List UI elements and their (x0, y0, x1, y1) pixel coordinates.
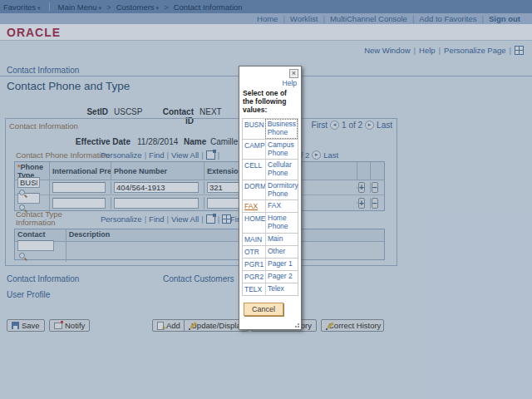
personalize-link[interactable]: Personalize (101, 214, 142, 224)
new-window-link[interactable]: New Window (364, 46, 410, 55)
zoom-grid-icon[interactable] (206, 214, 215, 224)
option-otr: OTR Other (243, 246, 298, 259)
personalize-page-link[interactable]: Personalize Page (444, 46, 505, 55)
close-icon[interactable]: × (289, 69, 298, 78)
contact-customers-link[interactable]: Contact Customers (163, 274, 234, 283)
contact-type-input[interactable] (17, 240, 54, 251)
option-desc[interactable]: FAX (265, 200, 298, 212)
header-links-bar: Home Worklist MultiChannel Console Add t… (0, 13, 532, 24)
page-actions: New Window Help Personalize Page (364, 46, 524, 55)
option-busn: BUSN Business Phone (243, 119, 298, 140)
breadcrumb: Favorites Main Menu Customers Contact In… (0, 0, 532, 13)
phone-grid-title: Contact Phone Information (16, 150, 110, 160)
first-link[interactable]: First (312, 121, 328, 130)
option-desc[interactable]: Campus Phone (265, 140, 298, 160)
option-code[interactable]: CAMP (243, 140, 265, 160)
delete-row-button[interactable]: − (372, 182, 378, 193)
intl-prefix-input[interactable] (52, 198, 106, 209)
option-code[interactable]: TELX (243, 283, 265, 295)
home-link[interactable]: Home (257, 14, 278, 23)
user-profile-link[interactable]: User Profile (7, 290, 50, 299)
add-to-favorites-link[interactable]: Add to Favorites (419, 14, 476, 23)
description-header: Description (66, 229, 384, 241)
delete-row-button[interactable]: − (372, 198, 378, 209)
option-desc[interactable]: Pager 1 (265, 259, 298, 270)
option-code[interactable]: HOME (243, 213, 265, 233)
option-dorm: DORM Dormitory Phone (243, 180, 298, 201)
type-row-1 (15, 242, 384, 259)
option-code[interactable]: PGR1 (243, 259, 265, 270)
option-code[interactable]: DORM (243, 180, 265, 200)
personalize-layout-icon[interactable] (515, 46, 524, 55)
option-home: HOME Home Phone (243, 213, 298, 234)
phone-type-input[interactable] (17, 177, 40, 188)
help-link[interactable]: Help (419, 46, 436, 55)
breadcrumb-divider (49, 2, 50, 11)
option-pgr2: PGR2 Pager 2 (243, 271, 298, 283)
personalize-link[interactable]: Personalize (101, 150, 142, 160)
find-link[interactable]: Find (149, 214, 164, 224)
breadcrumb-customers[interactable]: Customers (116, 2, 159, 12)
option-camp: CAMP Campus Phone (243, 140, 298, 160)
add-row-button[interactable]: + (358, 198, 365, 209)
add-row-button[interactable]: + (358, 182, 365, 193)
option-code[interactable]: PGR2 (243, 271, 265, 283)
multichannel-console-link[interactable]: MultiChannel Console (330, 14, 407, 23)
option-code[interactable]: OTR (243, 246, 265, 258)
option-desc[interactable]: Telex (265, 283, 298, 295)
add-icon (157, 322, 164, 330)
setid-value: USCSP (114, 107, 142, 116)
contact-information-groupbox: Contact Information First 1 of 2 Last Ef… (5, 118, 397, 266)
row-position: 1 of 2 (342, 121, 362, 130)
breadcrumb-favorites[interactable]: Favorites (3, 2, 41, 12)
sign-out-link[interactable]: Sign out (489, 14, 520, 23)
worklist-link[interactable]: Worklist (290, 14, 318, 23)
previous-row-icon[interactable] (330, 121, 339, 130)
option-desc[interactable]: Main (265, 234, 298, 245)
effective-date-label: Effective Date (47, 137, 131, 146)
zoom-grid-icon[interactable] (206, 150, 215, 160)
view-all-link[interactable]: View All (171, 150, 199, 160)
option-code[interactable]: MAIN (243, 234, 265, 245)
resize-handle-icon[interactable] (293, 321, 299, 328)
save-icon (12, 322, 19, 329)
option-fax: FAX FAX (243, 200, 298, 213)
last-link[interactable]: Last (323, 150, 338, 160)
save-button[interactable]: Save (7, 319, 45, 332)
last-link[interactable]: Last (377, 121, 392, 130)
notify-button[interactable]: Notify (49, 319, 90, 332)
logo-band (0, 24, 532, 41)
application-window: Favorites Main Menu Customers Contact In… (0, 0, 532, 399)
view-all-link[interactable]: View All (171, 214, 199, 224)
lookup-icon[interactable] (18, 189, 27, 198)
option-desc[interactable]: Home Phone (265, 213, 298, 233)
modal-help-link[interactable]: Help (239, 79, 297, 87)
next-row-icon[interactable] (312, 150, 321, 160)
tab-contact-information[interactable]: Contact Information (7, 66, 79, 75)
option-main: MAIN Main (243, 234, 298, 246)
option-desc[interactable]: Other (265, 246, 298, 258)
intl-prefix-input[interactable] (52, 182, 106, 193)
contact-id-value: NEXT (200, 107, 222, 116)
option-desc[interactable]: Business Phone (265, 119, 298, 139)
phone-number-input[interactable] (114, 198, 199, 209)
option-code[interactable]: FAX (243, 200, 265, 212)
cancel-button[interactable]: Cancel (244, 303, 283, 316)
description-value (66, 250, 384, 252)
phone-number-input[interactable] (114, 182, 199, 193)
add-button[interactable]: Add (152, 319, 185, 332)
option-cell: CELL Cellular Phone (243, 160, 298, 180)
option-telx: TELX Telex (243, 283, 298, 296)
correct-history-button[interactable]: Correct History (321, 319, 384, 332)
find-link[interactable]: Find (149, 150, 164, 160)
breadcrumb-main-menu[interactable]: Main Menu (58, 2, 102, 12)
option-desc[interactable]: Dormitory Phone (265, 180, 300, 200)
option-desc[interactable]: Pager 2 (265, 271, 298, 283)
option-code[interactable]: BUSN (243, 119, 265, 139)
option-code[interactable]: CELL (243, 160, 265, 180)
groupbox-title: Contact Information (9, 121, 78, 131)
lookup-icon[interactable] (18, 252, 27, 261)
contact-information-link[interactable]: Contact Information (7, 274, 79, 283)
next-row-icon[interactable] (365, 121, 374, 130)
option-desc[interactable]: Cellular Phone (265, 160, 298, 180)
